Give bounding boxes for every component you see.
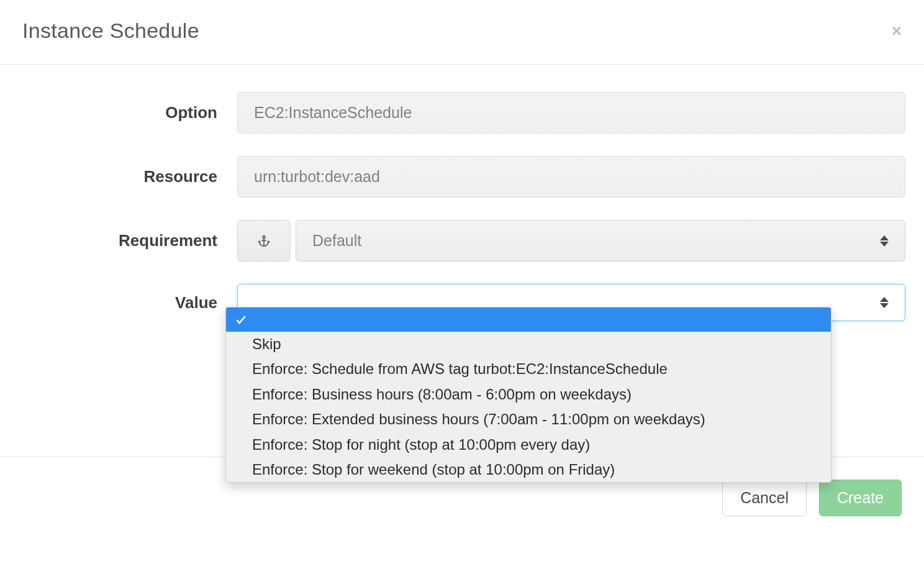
dropdown-option-extended-hours[interactable]: Enforce: Extended business hours (7:00am… [226, 407, 831, 432]
dropdown-option-business-hours[interactable]: Enforce: Business hours (8:00am - 6:00pm… [226, 382, 831, 407]
resource-field: urn:turbot:dev:aad [237, 156, 905, 198]
option-field: EC2:InstanceSchedule [237, 92, 905, 134]
sort-icon [880, 296, 889, 309]
close-icon: × [892, 21, 902, 40]
requirement-selected-value: Default [312, 232, 361, 250]
close-button[interactable]: × [892, 22, 902, 40]
modal-title: Instance Schedule [22, 19, 199, 43]
requirement-label: Requirement [19, 231, 237, 250]
dropdown-option-enforce-tag[interactable]: Enforce: Schedule from AWS tag turbot:EC… [226, 357, 831, 381]
dropdown-option-empty[interactable] [226, 308, 831, 332]
anchor-button[interactable] [237, 220, 291, 262]
create-button[interactable]: Create [819, 480, 902, 516]
option-label: Option [19, 103, 237, 122]
value-dropdown-menu: Skip Enforce: Schedule from AWS tag turb… [225, 307, 831, 483]
sort-icon [880, 234, 889, 248]
cancel-button[interactable]: Cancel [722, 480, 807, 516]
resource-label: Resource [19, 167, 237, 186]
dropdown-option-stop-night[interactable]: Enforce: Stop for night (stop at 10:00pm… [226, 432, 831, 457]
check-icon [235, 314, 247, 326]
requirement-select[interactable]: Default [296, 220, 905, 262]
dropdown-option-skip[interactable]: Skip [226, 332, 831, 357]
dropdown-option-stop-weekend[interactable]: Enforce: Stop for weekend (stop at 10:00… [226, 457, 831, 482]
value-label: Value [19, 293, 237, 312]
anchor-icon [257, 233, 271, 249]
